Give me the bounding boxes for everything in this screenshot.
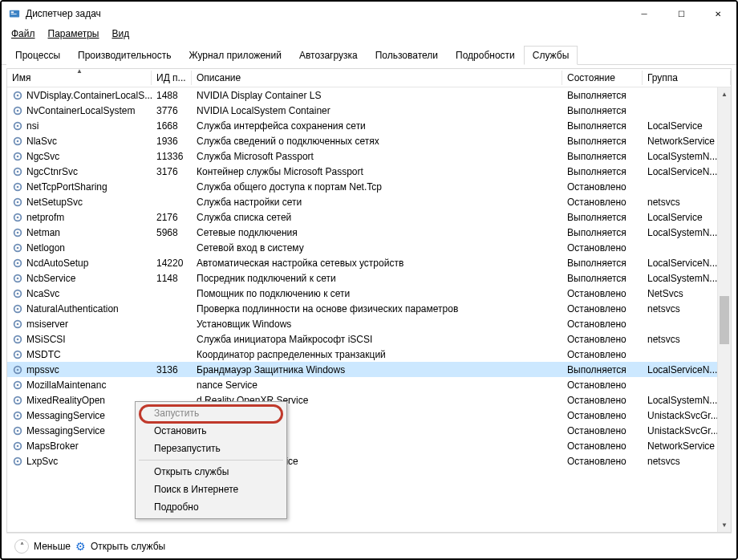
menu-item-search-online[interactable]: Поиск в Интернете bbox=[138, 481, 284, 498]
table-row[interactable]: LxpSvcage Experience ServiceОстановленоn… bbox=[7, 453, 731, 469]
col-header-state[interactable]: Состояние bbox=[562, 69, 643, 87]
table-row[interactable]: NgcCtnrSvc3176Контейнер службы Microsoft… bbox=[7, 164, 731, 179]
tab-3[interactable]: Автозагрузка bbox=[290, 46, 367, 65]
table-row[interactable]: netprofm2176Служба списка сетейВыполняет… bbox=[7, 209, 731, 225]
table-row[interactable]: MozillaMaintenancnance ServiceОстановлен… bbox=[7, 377, 731, 392]
tab-4[interactable]: Пользователи bbox=[367, 46, 447, 65]
table-row[interactable]: NvContainerLocalSystem3776NVIDIA LocalSy… bbox=[7, 103, 731, 118]
menu-item-stop[interactable]: Остановить bbox=[138, 422, 284, 440]
svg-point-4 bbox=[17, 94, 19, 96]
tab-5[interactable]: Подробности bbox=[447, 46, 524, 65]
tab-0[interactable]: Процессы bbox=[6, 46, 69, 65]
scroll-thumb[interactable] bbox=[720, 296, 729, 344]
table-row[interactable]: MSDTCКоординатор распределенных транзакц… bbox=[7, 347, 731, 362]
table-row[interactable]: NcdAutoSetup14220Автоматическая настройк… bbox=[7, 255, 731, 270]
tab-2[interactable]: Журнал приложений bbox=[180, 46, 290, 65]
col-header-desc[interactable]: Описание bbox=[192, 69, 562, 87]
table-body: NVDisplay.ContainerLocalS...1488NVIDIA D… bbox=[7, 87, 731, 532]
svg-point-26 bbox=[17, 262, 19, 264]
svg-point-22 bbox=[17, 231, 19, 233]
table-row[interactable]: mpssvc3136Брандмауэр Защитника WindowsВы… bbox=[7, 362, 731, 377]
task-manager-window: Диспетчер задач ─ ☐ ✕ Файл Параметры Вид… bbox=[2, 2, 736, 558]
svg-point-42 bbox=[17, 383, 19, 386]
svg-point-24 bbox=[17, 246, 19, 249]
svg-point-20 bbox=[17, 216, 19, 218]
open-services-link[interactable]: Открыть службы bbox=[91, 541, 165, 552]
menu-item-start: Запустить bbox=[138, 404, 284, 422]
svg-point-12 bbox=[17, 155, 19, 157]
svg-point-36 bbox=[17, 338, 19, 340]
svg-rect-1 bbox=[11, 11, 14, 13]
minimize-button[interactable]: ─ bbox=[626, 2, 663, 26]
menu-view[interactable]: Вид bbox=[107, 27, 134, 40]
menu-separator bbox=[139, 460, 283, 461]
svg-point-46 bbox=[17, 414, 19, 416]
services-table: Имя▲ ИД п... Описание Состояние Группа N… bbox=[6, 68, 732, 533]
col-header-pid[interactable]: ИД п... bbox=[152, 69, 192, 87]
table-row[interactable]: NetSetupSvcСлужба настройки сетиОстановл… bbox=[7, 194, 731, 209]
titlebar: Диспетчер задач ─ ☐ ✕ bbox=[2, 2, 736, 26]
svg-point-16 bbox=[17, 185, 19, 188]
svg-point-52 bbox=[17, 460, 19, 462]
tab-1[interactable]: Производительность bbox=[69, 46, 180, 65]
menu-options[interactable]: Параметры bbox=[43, 27, 104, 40]
tab-6[interactable]: Службы bbox=[524, 46, 578, 65]
table-row[interactable]: NVDisplay.ContainerLocalS...1488NVIDIA D… bbox=[7, 87, 731, 103]
menu-file[interactable]: Файл bbox=[6, 27, 40, 40]
table-row[interactable]: NetlogonСетевой вход в системуОстановлен… bbox=[7, 240, 731, 255]
svg-point-28 bbox=[17, 277, 19, 279]
close-button[interactable]: ✕ bbox=[699, 2, 736, 26]
menu-item-details[interactable]: Подробно bbox=[138, 498, 284, 516]
table-row[interactable]: msiserverУстановщик WindowsОстановлено bbox=[7, 316, 731, 331]
footer: ˄ Меньше ⚙ Открыть службы bbox=[6, 533, 732, 558]
svg-point-18 bbox=[17, 201, 19, 203]
svg-point-32 bbox=[17, 307, 19, 310]
scrollbar[interactable]: ▲ ▼ bbox=[717, 87, 731, 532]
col-header-group[interactable]: Группа bbox=[643, 69, 731, 87]
window-buttons: ─ ☐ ✕ bbox=[626, 2, 736, 26]
menu-item-restart[interactable]: Перезапустить bbox=[138, 440, 284, 457]
svg-point-40 bbox=[17, 368, 19, 371]
svg-point-34 bbox=[17, 323, 19, 325]
svg-point-14 bbox=[17, 170, 19, 172]
chevron-up-icon[interactable]: ˄ bbox=[14, 539, 29, 554]
table-row[interactable]: MapsBrokerчанных картОстановленоNetworkS… bbox=[7, 438, 731, 453]
table-row[interactable]: NcaSvcПомощник по подключению к сетиОста… bbox=[7, 286, 731, 301]
svg-point-30 bbox=[17, 292, 19, 294]
menu-item-open-services[interactable]: Открыть службы bbox=[138, 463, 284, 481]
fewer-details-link[interactable]: Меньше bbox=[34, 541, 71, 552]
svg-point-44 bbox=[17, 399, 19, 401]
menubar: Файл Параметры Вид bbox=[2, 26, 736, 42]
table-row[interactable]: MixedRealityOpend Reality OpenXR Service… bbox=[7, 392, 731, 408]
table-row[interactable]: NlaSvc1936Служба сведений о подключенных… bbox=[7, 133, 731, 148]
table-row[interactable]: NaturalAuthenticationПроверка подлинност… bbox=[7, 301, 731, 316]
table-row[interactable]: nsi1668Служба интерфейса сохранения сети… bbox=[7, 118, 731, 133]
col-header-name[interactable]: Имя▲ bbox=[7, 69, 152, 87]
scroll-down-button[interactable]: ▼ bbox=[718, 518, 731, 532]
maximize-button[interactable]: ☐ bbox=[663, 2, 699, 26]
table-row[interactable]: Netman5968Сетевые подключенияВыполняется… bbox=[7, 225, 731, 240]
table-row[interactable]: NetTcpPortSharingСлужба общего доступа к… bbox=[7, 179, 731, 194]
app-icon bbox=[8, 7, 21, 20]
table-header: Имя▲ ИД п... Описание Состояние Группа bbox=[7, 69, 731, 87]
table-row[interactable]: MSiSCSIСлужба инициатора Майкрософт iSCS… bbox=[7, 331, 731, 347]
svg-point-6 bbox=[17, 109, 19, 112]
svg-rect-2 bbox=[11, 14, 17, 14]
context-menu: Запустить Остановить Перезапустить Откры… bbox=[135, 401, 287, 519]
window-title: Диспетчер задач bbox=[26, 8, 626, 19]
svg-point-8 bbox=[17, 124, 19, 127]
scroll-up-button[interactable]: ▲ bbox=[718, 87, 731, 101]
table-row[interactable]: MessagingServiceice_dd05f91ОстановленоUn… bbox=[7, 408, 731, 423]
table-row[interactable]: NgcSvc11336Служба Microsoft PassportВыпо… bbox=[7, 148, 731, 164]
svg-point-50 bbox=[17, 444, 19, 447]
svg-point-38 bbox=[17, 353, 19, 355]
svg-point-48 bbox=[17, 429, 19, 432]
table-row[interactable]: MessagingServiceiceОстановленоUnistackSv… bbox=[7, 423, 731, 438]
table-row[interactable]: NcbService1148Посредник подключений к се… bbox=[7, 270, 731, 286]
svg-point-10 bbox=[17, 140, 19, 142]
tabs: ПроцессыПроизводительностьЖурнал приложе… bbox=[2, 42, 736, 65]
gear-icon[interactable]: ⚙ bbox=[75, 540, 86, 553]
